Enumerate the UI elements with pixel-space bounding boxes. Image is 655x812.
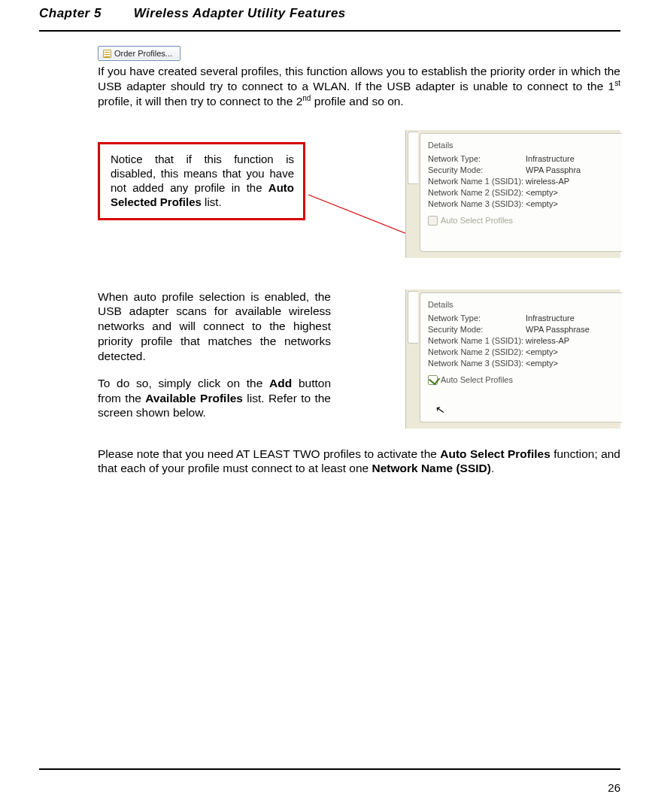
detail-row: Network Type:Infrastructure (428, 153, 619, 164)
details-title: Details (428, 140, 619, 150)
callout-box: Notice that if this function is disabled… (98, 142, 305, 221)
ordinal-suffix: st (614, 79, 620, 87)
detail-row: Network Name 1 (SSID1):wireless-AP (428, 335, 619, 346)
text: Notice that if this function is disabled… (111, 153, 294, 194)
details-panel-enabled: Details Network Type:Infrastructure Secu… (405, 289, 620, 429)
svg-line-0 (308, 195, 418, 238)
auto-select-checkbox-label: Auto Select Profiles (441, 215, 513, 226)
tab-edge (408, 291, 418, 344)
chapter-label: Chapter 5 (39, 6, 102, 20)
text: Please note that you need AT LEAST TWO p… (98, 447, 440, 460)
spacer (98, 364, 331, 376)
intro-paragraph: If you have created several profiles, th… (98, 64, 620, 108)
page-header: Chapter 5 Wireless Adapter Utility Featu… (39, 6, 620, 21)
text: profile and so on. (311, 95, 403, 108)
order-profiles-button[interactable]: Order Profiles... (98, 46, 180, 61)
detail-row: Network Name 1 (SSID1):wireless-AP (428, 176, 619, 186)
tab-edge (408, 132, 418, 184)
text-bold: Network Name (SSID) (371, 462, 490, 474)
list-icon (103, 50, 111, 58)
page-number: 26 (608, 781, 620, 794)
detail-row: Network Name 2 (SSID2):<empty> (428, 187, 619, 198)
note-paragraph: Please note that you need AT LEAST TWO p… (98, 447, 620, 477)
auto-select-checkbox[interactable] (428, 375, 438, 385)
text: To do so, simply click on the (98, 377, 269, 389)
details-groupbox: Details Network Type:Infrastructure Secu… (420, 292, 622, 423)
footer-rule (39, 768, 620, 770)
page-content: Order Profiles... If you have created se… (98, 45, 620, 476)
text: . (491, 462, 494, 474)
detail-row: Network Type:Infrastructure (428, 313, 619, 323)
cursor-icon: ↖ (434, 401, 446, 417)
paragraph: When auto profile selection is enabled, … (98, 289, 331, 364)
detail-row: Network Name 3 (SSID3):<empty> (428, 198, 619, 209)
chapter-title: Wireless Adapter Utility Features (134, 6, 346, 20)
left-column: When auto profile selection is enabled, … (98, 289, 331, 421)
enabled-row: When auto profile selection is enabled, … (98, 289, 620, 429)
text: list. (202, 195, 222, 208)
detail-row: Network Name 3 (SSID3):<empty> (428, 358, 619, 368)
header-rule (39, 30, 620, 32)
details-panel-disabled: Details Network Type:Infrastructure Secu… (405, 130, 620, 258)
detail-row: Network Name 2 (SSID2):<empty> (428, 347, 619, 357)
detail-row: Security Mode:WPA Passphra (428, 165, 619, 175)
text-bold: Auto Select Profiles (440, 447, 550, 460)
callout-row: Notice that if this function is disabled… (98, 130, 620, 273)
details-groupbox: Details Network Type:Infrastructure Secu… (420, 133, 622, 252)
details-title: Details (428, 299, 619, 310)
text-bold: Add (269, 377, 292, 389)
text: profile, it will then try to connect to … (98, 95, 302, 108)
auto-select-checkbox-label: Auto Select Profiles (441, 374, 513, 385)
detail-row: Security Mode:WPA Passphrase (428, 324, 619, 335)
auto-select-checkbox-row: Auto Select Profiles (428, 215, 619, 226)
auto-select-checkbox-row: Auto Select Profiles (428, 374, 619, 385)
auto-select-checkbox[interactable] (428, 216, 438, 226)
text: If you have created several profiles, th… (98, 65, 620, 92)
order-profiles-label: Order Profiles... (114, 49, 172, 58)
text-bold: Available Profiles (145, 392, 243, 404)
paragraph: To do so, simply click on the Add button… (98, 376, 331, 420)
ordinal-suffix: nd (302, 94, 311, 102)
